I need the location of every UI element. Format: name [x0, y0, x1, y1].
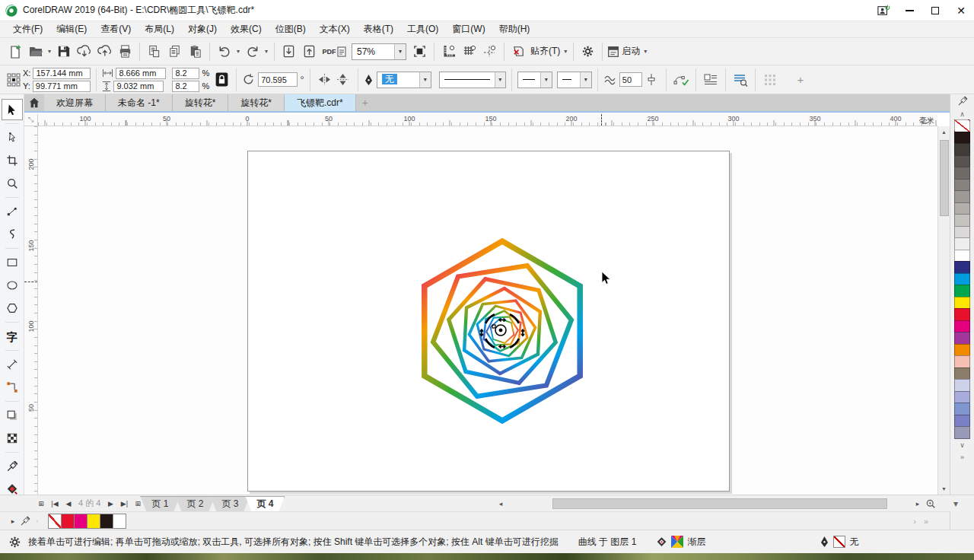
new-document-tab-button[interactable]: ＋: [356, 94, 374, 111]
palette-eyedropper-button[interactable]: [957, 94, 968, 108]
print-button[interactable]: [115, 41, 135, 62]
docpalette-flyout-icon[interactable]: ▸: [6, 514, 20, 529]
paste-button[interactable]: [185, 41, 205, 62]
document-page[interactable]: [247, 151, 730, 492]
page-tab[interactable]: 页 3: [210, 496, 250, 511]
document-tab[interactable]: 飞镖靶.cdr*: [285, 94, 356, 111]
menu-item[interactable]: 查看(V): [94, 21, 138, 37]
show-rulers-button[interactable]: [438, 41, 459, 62]
color-swatch[interactable]: [954, 273, 970, 286]
object-width-input[interactable]: 8.666 mm: [116, 68, 166, 79]
document-tab[interactable]: 旋转花*: [228, 94, 285, 111]
status-gear-icon[interactable]: [8, 535, 22, 549]
snap-off-button[interactable]: [508, 41, 529, 62]
color-swatch[interactable]: [954, 415, 970, 428]
doc-color-swatch[interactable]: [87, 514, 100, 529]
last-page-button[interactable]: ▶|: [117, 496, 131, 511]
zoom-level-combo[interactable]: 57%▾: [352, 43, 406, 60]
menu-item[interactable]: 表格(T): [357, 21, 400, 37]
outline-width-dropdown-icon[interactable]: ▾: [419, 72, 431, 88]
dropdown-caret-icon[interactable]: ▾: [641, 48, 649, 55]
wrap-text-button[interactable]: [702, 70, 720, 90]
color-swatch[interactable]: [954, 179, 970, 192]
color-swatch[interactable]: [954, 426, 970, 439]
color-swatch-none[interactable]: [954, 119, 970, 132]
color-swatch[interactable]: [954, 202, 970, 215]
customize-plus-button[interactable]: +: [791, 70, 810, 90]
scale-x-input[interactable]: 8.2: [172, 68, 199, 79]
color-swatch[interactable]: [954, 190, 970, 203]
color-swatch[interactable]: [954, 308, 970, 321]
home-tab-button[interactable]: [24, 94, 44, 111]
color-swatch[interactable]: [954, 261, 970, 274]
menu-item[interactable]: 位图(B): [269, 21, 313, 37]
maximize-button[interactable]: [922, 0, 948, 21]
outline-width-combo[interactable]: 无 ▾: [377, 72, 431, 88]
page-tab[interactable]: 页 2: [175, 496, 215, 511]
launcher-button[interactable]: 启动: [606, 45, 641, 59]
page-tab[interactable]: 页 1: [140, 496, 180, 511]
dropdown-caret-icon[interactable]: ▾: [263, 48, 270, 55]
palette-scroll-up-icon[interactable]: ∧: [960, 108, 965, 120]
shadow-tool[interactable]: [2, 405, 23, 426]
smoothing-slider-button[interactable]: [642, 70, 660, 90]
menu-item[interactable]: 布局(L): [138, 21, 181, 37]
color-swatch[interactable]: [954, 344, 970, 357]
doc-color-swatch[interactable]: [100, 514, 113, 529]
horizontal-ruler[interactable]: 10050050100150200250300350400毫米: [38, 114, 937, 126]
doc-color-swatch[interactable]: [61, 514, 75, 529]
drawing-canvas[interactable]: ↔↔↕↕: [38, 126, 937, 495]
previous-page-button[interactable]: ◀: [62, 496, 75, 511]
next-page-button[interactable]: ▶: [103, 496, 117, 511]
dropdown-caret-icon[interactable]: ▾: [234, 48, 242, 55]
open-document-button[interactable]: [25, 41, 46, 62]
doc-color-swatch-none[interactable]: [48, 514, 62, 529]
color-swatch[interactable]: [954, 297, 970, 310]
start-arrowhead-combo[interactable]: ▾: [517, 72, 552, 88]
sign-in-button[interactable]: [871, 0, 896, 21]
add-page-before-button[interactable]: ⊞: [34, 496, 48, 511]
menu-item[interactable]: 文本(X): [313, 21, 357, 37]
lock-ratio-button[interactable]: [212, 70, 231, 90]
pan-zoom-icon[interactable]: [924, 498, 937, 509]
new-document-button[interactable]: [5, 41, 25, 62]
color-swatch[interactable]: [954, 226, 970, 239]
freehand-tool[interactable]: [2, 201, 23, 222]
object-height-input[interactable]: 9.032 mm: [113, 81, 164, 92]
text-tool[interactable]: 字: [2, 326, 23, 347]
open-from-cloud-button[interactable]: [74, 41, 94, 62]
x-position-input[interactable]: 157.144 mm: [33, 68, 91, 79]
line-style-dropdown-icon[interactable]: ▾: [495, 72, 505, 88]
smoothing-input[interactable]: 50: [619, 72, 642, 87]
text-properties-button[interactable]: [731, 70, 750, 90]
start-arrowhead-dropdown-icon[interactable]: ▾: [540, 72, 552, 88]
color-swatch[interactable]: [954, 391, 970, 404]
ellipse-tool[interactable]: [2, 275, 23, 296]
redo-button[interactable]: [242, 41, 263, 62]
close-button[interactable]: ✕: [948, 0, 974, 21]
rotation-angle-input[interactable]: 70.595: [258, 72, 298, 87]
color-swatch[interactable]: [954, 214, 970, 227]
zoom-tool[interactable]: [2, 173, 23, 194]
polygon-tool[interactable]: [2, 298, 23, 319]
connector-tool[interactable]: [2, 377, 23, 398]
menu-item[interactable]: 效果(C): [224, 21, 269, 37]
color-swatch[interactable]: [954, 167, 970, 180]
close-curve-button[interactable]: [672, 70, 690, 90]
color-swatch[interactable]: [954, 368, 970, 380]
scale-y-input[interactable]: 8.2: [172, 81, 199, 92]
minimize-button[interactable]: [896, 0, 922, 21]
scroll-up-icon[interactable]: ▴: [938, 126, 950, 138]
doc-color-swatch[interactable]: [113, 514, 126, 529]
shape-tool[interactable]: [2, 127, 23, 148]
color-eyedropper-tool[interactable]: [2, 456, 23, 477]
menu-item[interactable]: 对象(J): [181, 21, 224, 37]
docpalette-scroll-left-icon[interactable]: ‹: [30, 514, 44, 529]
palette-scroll-down-icon[interactable]: ∨: [960, 439, 965, 451]
menu-item[interactable]: 帮助(H): [492, 21, 537, 37]
undo-button[interactable]: [214, 41, 234, 62]
scroll-left-icon[interactable]: ◂: [495, 500, 507, 508]
zoom-level-dropdown-icon[interactable]: ▾: [394, 44, 406, 59]
document-tab[interactable]: 旋转花*: [173, 94, 229, 111]
line-style-combo[interactable]: ▾: [439, 72, 506, 88]
